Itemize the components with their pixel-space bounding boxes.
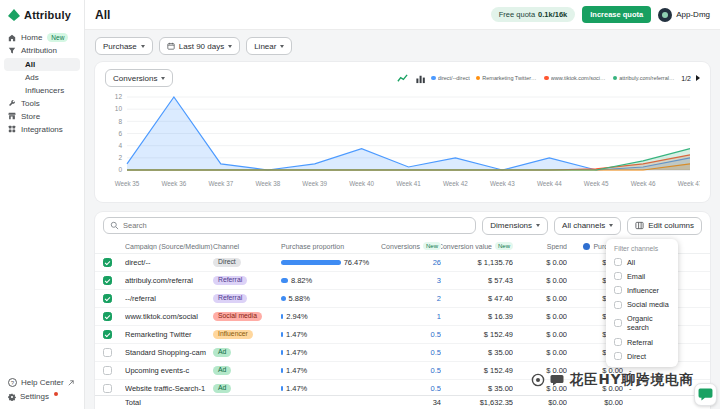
svg-text:Week 39: Week 39 bbox=[302, 180, 327, 187]
row-checkbox[interactable] bbox=[103, 258, 112, 267]
legend-label: www.tiktok.com/social-sm bbox=[551, 75, 607, 81]
sidebar-item-attribution[interactable]: Attribution bbox=[0, 44, 84, 57]
chevron-down-icon bbox=[161, 77, 165, 80]
option-checkbox[interactable] bbox=[614, 258, 622, 266]
conversions-link[interactable]: 0.5 bbox=[431, 330, 441, 339]
line-chart-icon[interactable] bbox=[395, 71, 409, 85]
app-logo[interactable]: Attribuly bbox=[0, 0, 84, 28]
proportion-bar bbox=[281, 260, 341, 265]
dimensions-select[interactable]: Dimensions bbox=[482, 217, 548, 235]
row-checkbox[interactable] bbox=[103, 294, 112, 303]
sidebar-item-integrations[interactable]: Integrations bbox=[0, 123, 84, 136]
sidebar-item-store[interactable]: Store bbox=[0, 110, 84, 123]
col-conversions[interactable]: Conversions New bbox=[379, 242, 441, 250]
svg-text:Week 41: Week 41 bbox=[396, 180, 421, 187]
chevron-down-icon bbox=[228, 45, 232, 48]
account-menu[interactable]: App-Dmg bbox=[658, 8, 710, 22]
col-purchase-proportion[interactable]: Purchase proportion bbox=[281, 243, 379, 250]
legend-dot-icon bbox=[544, 76, 549, 81]
legend-item[interactable]: attribuly.com/referral-ref bbox=[613, 75, 676, 81]
spend-cell: $ 0.00 bbox=[513, 330, 567, 339]
channel-option-all[interactable]: All bbox=[606, 255, 678, 269]
col-channel[interactable]: Channel bbox=[213, 243, 281, 250]
sidebar-item-settings[interactable]: Settings bbox=[8, 392, 76, 401]
svg-text:Week 38: Week 38 bbox=[255, 180, 280, 187]
row-checkbox[interactable] bbox=[103, 366, 112, 375]
channel-option-direct[interactable]: Direct bbox=[606, 349, 678, 363]
channel-option-organic-search[interactable]: Organic search bbox=[606, 312, 678, 335]
row-checkbox[interactable] bbox=[103, 330, 112, 339]
chart-card: Conversions direct/--directRemarketing T… bbox=[95, 62, 710, 202]
page-title: All bbox=[95, 8, 110, 22]
proportion-bar bbox=[281, 350, 283, 355]
date-range-select[interactable]: Last 90 days bbox=[159, 37, 240, 55]
legend-dot-icon bbox=[613, 76, 618, 81]
sidebar-item-tools[interactable]: Tools bbox=[0, 97, 84, 110]
conversion-value-cell: $ 16.39 bbox=[441, 312, 513, 321]
option-checkbox[interactable] bbox=[614, 286, 622, 294]
chat-bubble-button[interactable] bbox=[694, 383, 717, 406]
row-checkbox[interactable] bbox=[103, 384, 112, 393]
chevron-down-icon bbox=[141, 45, 145, 48]
channel-badge: Influencer bbox=[213, 330, 253, 340]
option-checkbox[interactable] bbox=[614, 301, 622, 309]
row-checkbox[interactable] bbox=[103, 312, 112, 321]
option-checkbox[interactable] bbox=[614, 338, 622, 346]
total-conversion-value: $1,632.35 bbox=[441, 398, 513, 407]
channel-option-influencer[interactable]: Influencer bbox=[606, 283, 678, 297]
aperture-icon bbox=[531, 373, 545, 387]
legend-label: direct/--direct bbox=[438, 75, 470, 81]
spend-cell: $ 0.00 bbox=[513, 348, 567, 357]
chart-metric-select[interactable]: Conversions bbox=[105, 69, 173, 87]
svg-text:Week 45: Week 45 bbox=[584, 180, 609, 187]
sidebar-item-help-center[interactable]: ? Help Center bbox=[8, 378, 76, 387]
channel-option-referral[interactable]: Referral bbox=[606, 335, 678, 349]
row-checkbox[interactable] bbox=[103, 348, 112, 357]
help-icon: ? bbox=[8, 378, 17, 387]
proportion-cell: 76.47% bbox=[281, 258, 379, 267]
spend-cell: $ 0.00 bbox=[513, 312, 567, 321]
option-checkbox[interactable] bbox=[614, 319, 622, 327]
conversions-link[interactable]: 0.5 bbox=[431, 348, 441, 357]
channel-option-email[interactable]: Email bbox=[606, 269, 678, 283]
channels-select[interactable]: All channels bbox=[554, 217, 621, 235]
col-spend[interactable]: Spend bbox=[513, 243, 567, 250]
col-conversion-value[interactable]: Conversion value New bbox=[441, 242, 513, 250]
proportion-bar bbox=[281, 314, 283, 319]
svg-text:Week 44: Week 44 bbox=[537, 180, 562, 187]
avatar bbox=[658, 8, 672, 22]
wrench-icon bbox=[8, 99, 16, 107]
col-campaign[interactable]: Campaign (Source/Medium) bbox=[125, 243, 213, 250]
sidebar-item-ads[interactable]: Ads bbox=[0, 72, 84, 85]
sidebar-item-all[interactable]: All bbox=[4, 58, 80, 71]
proportion-bar bbox=[281, 368, 283, 373]
model-select[interactable]: Linear bbox=[246, 37, 292, 55]
campaign-cell: --/referral bbox=[125, 294, 213, 303]
channel-badge: Social media bbox=[213, 312, 262, 322]
campaign-cell: Standard Shopping-cam bbox=[125, 348, 213, 357]
legend-next-icon[interactable] bbox=[696, 75, 700, 81]
option-checkbox[interactable] bbox=[614, 352, 622, 360]
option-checkbox[interactable] bbox=[614, 272, 622, 280]
sidebar-item-home[interactable]: Home New bbox=[0, 31, 84, 44]
channel-option-social-media[interactable]: Social media bbox=[606, 298, 678, 312]
sidebar-item-influencers[interactable]: Influencers bbox=[0, 84, 84, 97]
channel-badge: Ad bbox=[213, 348, 231, 358]
proportion-bar bbox=[281, 278, 288, 283]
legend-item[interactable]: Remarketing Twitter-influencer bbox=[476, 75, 539, 81]
table-total-row: Total 34 $1,632.35 $0.00 $0.00 bbox=[95, 395, 710, 409]
conversions-link[interactable]: 0.5 bbox=[431, 384, 441, 393]
row-checkbox[interactable] bbox=[103, 276, 112, 285]
metric-select[interactable]: Purchase bbox=[95, 37, 153, 55]
increase-quota-button[interactable]: Increase quota bbox=[582, 6, 651, 23]
search-input[interactable] bbox=[123, 221, 469, 230]
legend-item[interactable]: direct/--direct bbox=[431, 75, 470, 81]
conversions-link[interactable]: 26 bbox=[433, 258, 441, 267]
edit-columns-button[interactable]: Edit columns bbox=[627, 217, 702, 235]
bar-chart-icon[interactable] bbox=[413, 71, 427, 85]
gear-icon bbox=[8, 393, 16, 401]
legend-item[interactable]: www.tiktok.com/social-sm bbox=[544, 75, 607, 81]
integrations-grid-icon bbox=[8, 125, 16, 133]
conversions-link[interactable]: 0.5 bbox=[431, 366, 441, 375]
conversion-value-cell: $ 35.00 bbox=[441, 384, 513, 393]
